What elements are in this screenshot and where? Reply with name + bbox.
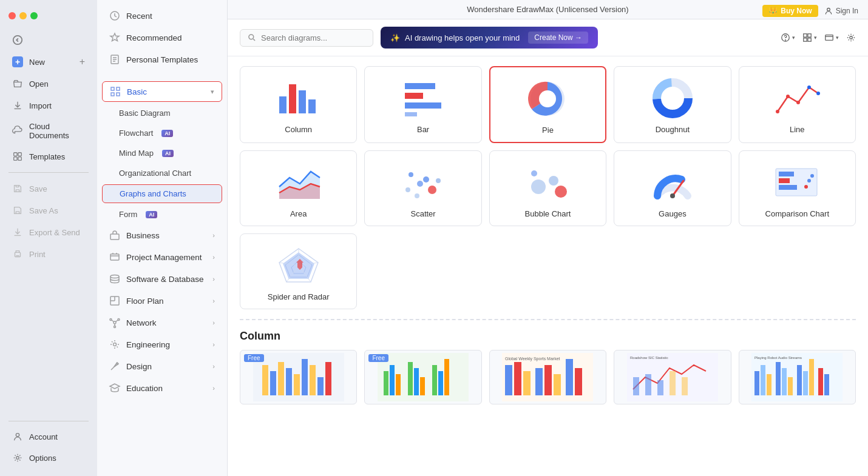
nav-item-recent[interactable]: Recent <box>97 5 227 27</box>
design-chevron: › <box>212 363 215 370</box>
sidebar-item-print[interactable]: Print <box>4 244 93 264</box>
nav-item-engineering[interactable]: Engineering › <box>97 334 227 355</box>
minimize-button[interactable] <box>19 12 27 19</box>
sign-in-button[interactable]: Sign In <box>824 7 858 15</box>
gauges-thumb <box>648 161 697 203</box>
chart-card-scatter[interactable]: Scatter <box>364 150 481 226</box>
form-ai-badge: AI <box>146 211 157 218</box>
nav-item-network[interactable]: Network › <box>97 312 227 334</box>
svg-rect-93 <box>310 365 316 395</box>
sign-in-label: Sign In <box>836 7 858 15</box>
settings-button[interactable] <box>846 33 856 42</box>
template-card-5[interactable]: Playing Robot Audio Streams <box>739 350 856 404</box>
nav-item-education[interactable]: Education › <box>97 377 227 399</box>
comparison-label: Comparison Chart <box>765 209 830 218</box>
nav-sub-org-chart[interactable]: Organizational Chart <box>97 163 227 183</box>
back-button[interactable] <box>4 30 93 50</box>
template-card-2[interactable]: Free <box>364 350 481 404</box>
bar-label: Bar <box>417 125 429 134</box>
svg-rect-37 <box>279 96 287 113</box>
gauges-label: Gauges <box>659 209 687 218</box>
nav-basic-label: Basic <box>127 87 147 96</box>
chart-card-doughnut[interactable]: Doughnut <box>614 66 731 143</box>
flowchart-label: Flowchart <box>119 129 153 138</box>
sidebar-item-save[interactable]: Save <box>4 178 93 199</box>
nav-sub-mind-map[interactable]: Mind Map AI <box>97 143 227 163</box>
svg-point-30 <box>785 40 786 41</box>
sidebar-item-open[interactable]: Open <box>4 73 93 94</box>
svg-rect-33 <box>804 38 807 41</box>
search-input[interactable] <box>261 33 358 42</box>
nav-item-design[interactable]: Design › <box>97 355 227 377</box>
svg-text:Global Weekly Sports Market: Global Weekly Sports Market <box>505 357 560 361</box>
svg-rect-120 <box>657 380 663 395</box>
template-card-4[interactable]: Roadshow SIC Statistic <box>614 350 731 404</box>
svg-point-64 <box>555 186 567 198</box>
scatter-label: Scatter <box>411 209 436 218</box>
sidebar-item-export[interactable]: Export & Send <box>4 222 93 243</box>
sidebar-item-cloud[interactable]: Cloud Documents <box>4 117 93 145</box>
nav-item-business[interactable]: Business › <box>97 224 227 246</box>
nav-item-software-db[interactable]: Software & Database › <box>97 268 227 290</box>
chart-card-spider[interactable]: Spider and Radar <box>240 233 357 309</box>
svg-rect-121 <box>670 371 676 395</box>
nav-item-floor-plan[interactable]: Floor Plan › <box>97 290 227 312</box>
chart-card-column[interactable]: Column <box>240 66 357 143</box>
svg-rect-126 <box>761 365 765 395</box>
nav-item-project[interactable]: Project Management › <box>97 246 227 268</box>
chart-card-line[interactable]: Line <box>739 66 856 143</box>
close-button[interactable] <box>8 12 16 19</box>
create-now-label[interactable]: Create Now → <box>528 32 588 44</box>
nav-sub-form[interactable]: Form AI <box>97 204 227 224</box>
svg-point-54 <box>816 92 820 95</box>
svg-rect-134 <box>818 368 823 395</box>
nav-item-basic[interactable]: Basic ▾ <box>102 81 222 102</box>
nav-item-recommended[interactable]: Recommended <box>97 27 227 49</box>
svg-point-63 <box>549 176 558 186</box>
svg-rect-13 <box>111 87 114 90</box>
chart-card-comparison[interactable]: Comparison Chart <box>739 150 856 226</box>
sidebar-item-templates[interactable]: Templates <box>4 146 93 167</box>
spider-thumb <box>274 244 323 286</box>
nav-sub-flowchart[interactable]: Flowchart AI <box>97 123 227 143</box>
nav-sub-basic-diagram[interactable]: Basic Diagram <box>97 103 227 123</box>
nav-sub-graphs-charts[interactable]: Graphs and Charts <box>102 184 222 203</box>
svg-rect-88 <box>270 371 276 395</box>
chart-card-bubble[interactable]: Bubble Chart <box>489 150 606 226</box>
chart-type-grid: Column Bar <box>240 66 856 309</box>
help-button[interactable]: ▾ <box>781 33 795 42</box>
nav-engineering-label: Engineering <box>126 340 170 349</box>
svg-rect-18 <box>110 254 119 260</box>
sidebar-item-save-as[interactable]: Save As <box>4 200 93 221</box>
chart-card-gauges[interactable]: Gauges <box>614 150 731 226</box>
ai-banner[interactable]: ✨ AI drawing helps open your mind Create… <box>381 27 598 49</box>
search-box[interactable] <box>240 29 373 47</box>
free-badge-1: Free <box>244 354 264 362</box>
spider-label: Spider and Radar <box>268 292 330 301</box>
chart-card-area[interactable]: Area <box>240 150 357 226</box>
doughnut-thumb <box>648 76 697 119</box>
crown-icon: 👑 <box>768 7 778 15</box>
nav-item-personal[interactable]: Personal Templates <box>97 49 227 70</box>
graphs-charts-label: Graphs and Charts <box>120 189 186 198</box>
buy-now-button[interactable]: 👑 Buy Now <box>762 5 818 17</box>
layout-button[interactable]: ▾ <box>802 33 817 42</box>
svg-rect-4 <box>18 157 21 160</box>
sidebar-item-account[interactable]: Account <box>4 426 93 447</box>
sidebar-item-import[interactable]: Import <box>4 95 93 116</box>
template-card-3[interactable]: Global Weekly Sports Market <box>489 350 606 404</box>
chart-card-bar[interactable]: Bar <box>364 66 481 143</box>
window-button[interactable]: ▾ <box>824 33 839 42</box>
nav-top-section: Recent Recommended Personal Templates <box>97 0 227 75</box>
new-button[interactable]: + New + <box>4 52 93 72</box>
template-card-1[interactable]: Free <box>240 350 357 404</box>
save-as-label: Save As <box>29 206 58 215</box>
layout-chevron: ▾ <box>814 35 817 41</box>
sidebar-item-options[interactable]: Options <box>4 448 93 468</box>
chart-card-pie[interactable]: Pie <box>489 66 606 143</box>
window-chevron: ▾ <box>836 35 839 41</box>
new-label: New <box>29 58 45 67</box>
flowchart-ai-badge: AI <box>161 130 173 137</box>
svg-point-46 <box>539 90 556 107</box>
maximize-button[interactable] <box>30 12 38 19</box>
